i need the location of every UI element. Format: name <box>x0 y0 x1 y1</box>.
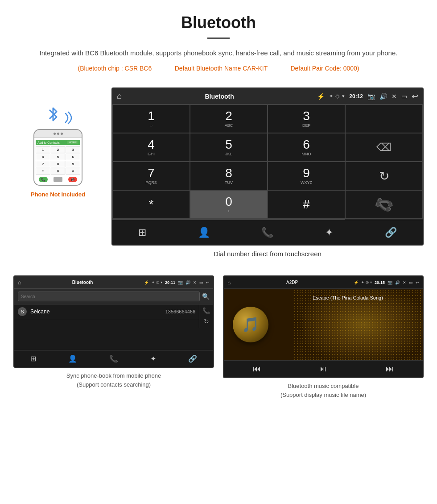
dialer-key-6[interactable]: 6 MNO <box>268 133 345 162</box>
phone-key-7[interactable]: 7 <box>36 161 50 167</box>
dialer-caption: Dial number direct from touchscreen <box>111 246 424 267</box>
car-screen-dialer: ⌂ Bluetooth ⚡ ✦ ◎ ▾ 20:12 📷 🔊 ✕ ▭ ↩ <box>111 87 424 246</box>
pb-bt-icon: ✦ <box>152 280 155 284</box>
phonebook-block: ⌂ Bluetooth ⚡ ✦ ◎ ▾ 20:11 📷 🔊 ✕ ▭ ↩ 🔍 <box>13 275 214 399</box>
dialer-key-hash[interactable]: # <box>268 190 345 219</box>
phone-key-1[interactable]: 1 <box>36 146 50 153</box>
spec-sep1 <box>161 65 166 72</box>
phone-key-2[interactable]: 2 <box>51 146 66 153</box>
close-icon[interactable]: ✕ <box>392 93 397 100</box>
pb-nav-link-icon[interactable]: 🔗 <box>188 354 197 363</box>
phone-key-4[interactable]: 4 <box>36 154 50 160</box>
dialer-key-2[interactable]: 2 ABC <box>190 104 268 133</box>
pb-cam-icon: 📷 <box>178 280 183 285</box>
pb-time: 20:11 <box>165 280 175 285</box>
phone-end-button[interactable]: 📵 <box>68 177 77 182</box>
phone-key-9[interactable]: 9 <box>66 161 80 167</box>
pb-win-icon[interactable]: ▭ <box>199 280 203 285</box>
volume-icon: 🔊 <box>379 93 387 100</box>
window-icon[interactable]: ▭ <box>401 93 407 100</box>
pb-spacer <box>14 328 213 350</box>
nav-link-icon[interactable]: 🔗 <box>385 227 397 238</box>
phonebook-screen: ⌂ Bluetooth ⚡ ✦ ◎ ▾ 20:11 📷 🔊 ✕ ▭ ↩ 🔍 <box>13 275 214 368</box>
home-icon[interactable]: ⌂ <box>117 92 122 101</box>
a2dp-cam-icon: 📷 <box>388 280 392 285</box>
dialer-key-8[interactable]: 8 TUV <box>190 162 268 190</box>
phone-mockup: Add to Contacts MORE 1 2 3 4 5 6 7 8 9 * <box>29 105 87 186</box>
a2dp-loc-icon: ◎ <box>366 280 369 284</box>
phone-container: Add to Contacts MORE 1 2 3 4 5 6 7 8 9 * <box>13 87 103 198</box>
a2dp-play-pause-icon[interactable]: ⏯ <box>319 364 327 374</box>
page-header: Bluetooth Integrated with BC6 Bluetooth … <box>0 0 437 83</box>
pb-back-icon[interactable]: ↩ <box>206 280 210 285</box>
bluetooth-status-icon: ✦ <box>329 93 333 99</box>
pb-home-icon[interactable]: ⌂ <box>18 279 21 286</box>
phone-key-3[interactable]: 3 <box>66 146 80 153</box>
phone-more-btn: MORE <box>67 141 78 144</box>
pb-contact-row[interactable]: S Seicane 13566664466 <box>14 304 199 319</box>
pb-right-refresh-icon[interactable]: ↻ <box>202 318 210 325</box>
phonebook-caption: Sync phone-book from mobile phone (Suppo… <box>13 371 214 389</box>
pb-loc-icon: ◎ <box>156 280 159 284</box>
a2dp-home-icon[interactable]: ⌂ <box>227 279 231 286</box>
pb-nav-phone-icon[interactable]: 📞 <box>109 354 118 363</box>
dialer-section: ⌂ Bluetooth ⚡ ✦ ◎ ▾ 20:12 📷 🔊 ✕ ▭ ↩ <box>111 87 424 267</box>
pb-search-input[interactable] <box>18 292 200 301</box>
nav-phone-icon[interactable]: 📞 <box>261 227 273 238</box>
dialer-key-4[interactable]: 4 GHI <box>112 133 190 162</box>
dialer-end-button[interactable]: 📞 <box>345 190 423 219</box>
a2dp-win-icon[interactable]: ▭ <box>409 280 413 285</box>
pb-close-icon[interactable]: ✕ <box>193 280 197 285</box>
spec-name: Default Bluetooth Name CAR-KIT <box>175 65 268 72</box>
page-title: Bluetooth <box>36 13 401 32</box>
pb-usb-icon: ⚡ <box>144 280 149 285</box>
a2dp-header: ⌂ A2DP ⚡ ✦ ◎ ▾ 20:15 📷 🔊 ✕ ▭ ↩ <box>224 276 423 289</box>
phone-key-5[interactable]: 5 <box>51 154 66 160</box>
dialer-refresh-button[interactable]: ↻ <box>345 162 423 190</box>
phone-call-button[interactable]: 📞 <box>39 177 48 182</box>
phone-key-6[interactable]: 6 <box>66 154 80 160</box>
spec-pair: Default Pair Code: 0000) <box>290 65 359 72</box>
music-caption-line1: Bluetooth music compatible <box>288 383 359 389</box>
spec-sep2 <box>276 65 282 72</box>
dialer-key-9[interactable]: 9 WXYZ <box>268 162 345 190</box>
a2dp-close-icon[interactable]: ✕ <box>403 280 406 285</box>
dialer-key-0[interactable]: 0 + <box>190 190 268 219</box>
location-icon: ◎ <box>335 93 340 99</box>
phonebook-caption-line2: (Support contacts searching) <box>77 381 151 388</box>
usb-icon: ⚡ <box>317 93 325 100</box>
phone-key-hash[interactable]: # <box>66 168 80 175</box>
pb-nav-bt-icon[interactable]: ✦ <box>150 354 156 363</box>
bottom-screens: ⌂ Bluetooth ⚡ ✦ ◎ ▾ 20:11 📷 🔊 ✕ ▭ ↩ 🔍 <box>0 275 437 412</box>
phone-key-star[interactable]: * <box>36 168 50 175</box>
screen-title: Bluetooth <box>126 93 313 100</box>
empty-ext-1 <box>112 219 190 220</box>
a2dp-prev-icon[interactable]: ⏮ <box>253 364 261 374</box>
nav-contact-icon[interactable]: 👤 <box>198 227 210 238</box>
dialer-key-3[interactable]: 3 DEF <box>268 104 345 133</box>
pb-nav-grid-icon[interactable]: ⊞ <box>30 354 36 363</box>
a2dp-next-icon[interactable]: ⏭ <box>386 364 394 374</box>
nav-bluetooth-icon[interactable]: ✦ <box>325 227 333 238</box>
pb-right-phone-icon[interactable]: 📞 <box>202 307 210 314</box>
phone-menu-btn[interactable] <box>54 177 62 182</box>
dialer-key-star[interactable]: * <box>112 190 190 219</box>
dialer-key-1[interactable]: 1 ⌣ <box>112 104 190 133</box>
pb-nav-user-icon[interactable]: 👤 <box>68 354 77 363</box>
phone-top-bar <box>34 130 82 138</box>
phone-key-8[interactable]: 8 <box>51 161 66 167</box>
a2dp-album-art: 🎵 <box>233 307 268 342</box>
phone-bottom-row: 📞 📵 <box>36 176 80 183</box>
dialer-key-5[interactable]: 5 JKL <box>190 133 268 162</box>
back-icon[interactable]: ↩ <box>412 92 418 101</box>
dialer-key-7[interactable]: 7 PQRS <box>112 162 190 190</box>
dialer-backspace-button[interactable]: ⌫ <box>345 133 423 162</box>
pb-search-icon[interactable]: 🔍 <box>202 293 210 300</box>
nav-grid-icon[interactable]: ⊞ <box>138 227 146 238</box>
phone-key-0[interactable]: 0 <box>51 168 66 175</box>
a2dp-back-icon[interactable]: ↩ <box>416 280 419 285</box>
main-content: Add to Contacts MORE 1 2 3 4 5 6 7 8 9 * <box>0 83 437 275</box>
pb-main-area: S Seicane 13566664466 📞 ↻ <box>14 304 213 328</box>
page-description: Integrated with BC6 Bluetooth module, su… <box>36 48 401 58</box>
a2dp-status: ✦ ◎ ▾ <box>361 280 372 284</box>
